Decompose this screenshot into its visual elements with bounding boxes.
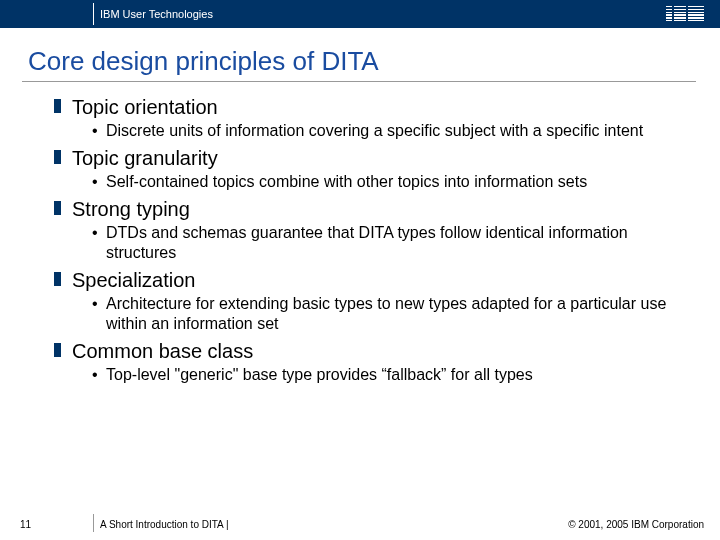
bullet-sub: Self-contained topics combine with other… <box>92 172 690 192</box>
bullet-lvl1: Specialization <box>54 269 690 292</box>
bullet-sub: Discrete units of information covering a… <box>92 121 690 141</box>
bullet-lvl1: Strong typing <box>54 198 690 221</box>
ibm-logo-icon <box>666 6 706 22</box>
bullet-heading: Strong typing <box>72 198 190 220</box>
bullet-lvl1: Topic granularity <box>54 147 690 170</box>
bullet-heading: Topic granularity <box>72 147 218 169</box>
bullet-lvl2-wrap: Discrete units of information covering a… <box>54 121 690 141</box>
footer-deck-title: A Short Introduction to DITA | <box>100 519 229 530</box>
header-bar: IBM User Technologies <box>0 0 720 28</box>
bullet-lvl2-wrap: Self-contained topics combine with other… <box>54 172 690 192</box>
header-label: IBM User Technologies <box>100 8 213 20</box>
bullet-heading: Topic orientation <box>72 96 218 118</box>
bullet-lvl2-wrap: Top-level "generic" base type provides “… <box>54 365 690 385</box>
bullet-lvl2-wrap: Architecture for extending basic types t… <box>54 294 690 334</box>
bullet-sub: Architecture for extending basic types t… <box>92 294 690 334</box>
bullet-list: Topic orientation Discrete units of info… <box>28 96 690 385</box>
page-number: 11 <box>20 519 31 530</box>
bullet-heading: Common base class <box>72 340 253 362</box>
bullet-sub: Top-level "generic" base type provides “… <box>92 365 690 385</box>
slide-content: Core design principles of DITA Topic ori… <box>0 28 720 385</box>
bullet-sub: DTDs and schemas guarantee that DITA typ… <box>92 223 690 263</box>
footer-divider <box>93 514 94 532</box>
footer-copyright: © 2001, 2005 IBM Corporation <box>568 519 704 530</box>
header-divider <box>93 3 94 25</box>
footer: 11 A Short Introduction to DITA | © 2001… <box>0 510 720 530</box>
title-rule <box>22 81 696 82</box>
slide-title: Core design principles of DITA <box>28 46 690 77</box>
bullet-lvl1: Common base class <box>54 340 690 363</box>
bullet-heading: Specialization <box>72 269 195 291</box>
bullet-lvl2-wrap: DTDs and schemas guarantee that DITA typ… <box>54 223 690 263</box>
bullet-lvl1: Topic orientation <box>54 96 690 119</box>
